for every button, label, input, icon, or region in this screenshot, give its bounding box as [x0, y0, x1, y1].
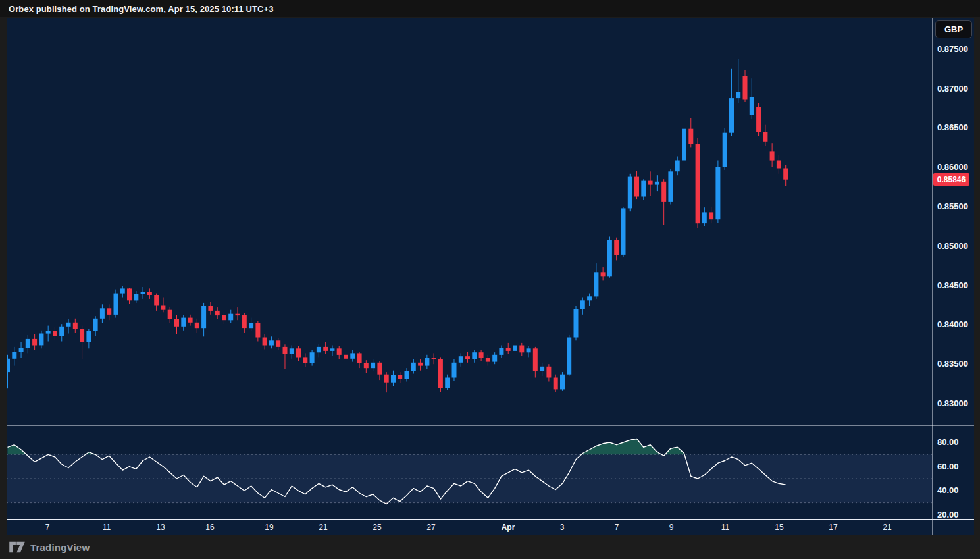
- candle-up: [26, 339, 30, 348]
- candle-down: [743, 76, 748, 100]
- last-price-value: 0.85846: [937, 175, 966, 184]
- time-tick-label: 25: [373, 522, 381, 533]
- footer: TradingView: [9, 539, 90, 555]
- tradingview-published-chart: Orbex published on TradingView.com, Apr …: [0, 0, 980, 559]
- candle-up: [641, 181, 646, 197]
- candle-up: [750, 97, 754, 115]
- candle-down: [506, 348, 511, 351]
- candle-down: [519, 346, 524, 353]
- candle-up: [472, 352, 477, 359]
- candle-down: [438, 359, 443, 388]
- candle-up: [66, 323, 71, 327]
- candle-down: [242, 315, 247, 328]
- currency-badge-label: GBP: [944, 24, 963, 34]
- candle-up: [723, 133, 727, 167]
- candle-down: [255, 323, 260, 338]
- candle-up: [594, 272, 598, 296]
- price-tick-label: 0.85500: [937, 201, 968, 212]
- candle-down: [80, 329, 84, 342]
- candle-down: [222, 315, 226, 320]
- candle-up: [499, 348, 503, 355]
- candle-up: [134, 294, 138, 301]
- candle-up: [39, 334, 43, 346]
- candle-down: [432, 358, 436, 359]
- candle-down: [127, 288, 132, 300]
- candle-down: [614, 240, 619, 255]
- price-tick-label: 0.84000: [937, 319, 968, 330]
- candle-down: [337, 348, 342, 355]
- candle-down: [756, 107, 761, 132]
- tradingview-brand[interactable]: TradingView: [30, 542, 90, 553]
- candle-up: [86, 331, 91, 342]
- candle-up: [445, 378, 450, 388]
- candle-down: [147, 292, 152, 295]
- time-tick-label: 21: [883, 522, 891, 533]
- candle-down: [661, 182, 666, 202]
- time-tick-label: 19: [265, 522, 273, 533]
- candle-up: [120, 288, 125, 293]
- candle-down: [188, 318, 193, 323]
- time-tick-label: 17: [829, 522, 837, 533]
- candle-down: [465, 356, 470, 359]
- price-tick-label: 0.86000: [937, 162, 968, 173]
- time-tick-label: 7: [615, 522, 619, 533]
- candle-up: [391, 375, 396, 383]
- price-tick-label: 0.87500: [937, 44, 968, 55]
- candle-down: [546, 367, 551, 378]
- candle-down: [283, 347, 288, 354]
- candle-up: [425, 358, 429, 366]
- candle-up: [452, 363, 457, 378]
- candle-down: [161, 306, 165, 310]
- candle-down: [648, 181, 653, 185]
- candle-up: [628, 177, 632, 209]
- candle-up: [567, 338, 571, 375]
- candle-down: [377, 363, 382, 375]
- tradingview-logo-icon[interactable]: [9, 541, 26, 553]
- candle-down: [53, 331, 57, 336]
- candle-up: [540, 367, 544, 371]
- rsi-tick-label: 40.00: [937, 485, 959, 496]
- rsi-tick-label: 20.00: [937, 510, 959, 520]
- candle-up: [141, 292, 145, 294]
- candle-up: [729, 98, 734, 133]
- candle-up: [655, 182, 659, 185]
- candle-down: [418, 363, 423, 366]
- candle-down: [770, 151, 775, 160]
- chart-canvas[interactable]: [0, 0, 980, 559]
- candle-up: [580, 300, 585, 309]
- candle-down: [364, 363, 369, 368]
- currency-badge[interactable]: GBP: [935, 20, 972, 38]
- candle-up: [114, 294, 118, 315]
- candle-up: [5, 359, 10, 372]
- candle-down: [296, 348, 301, 357]
- candle-up: [249, 323, 253, 328]
- candle-up: [350, 353, 355, 358]
- candle-down: [303, 357, 307, 363]
- candle-up: [587, 296, 592, 300]
- candle-down: [783, 169, 788, 180]
- last-price-badge: 0.85846: [933, 173, 969, 186]
- candle-up: [405, 371, 409, 379]
- candle-down: [763, 132, 767, 142]
- candle-up: [93, 319, 98, 331]
- candle-up: [668, 171, 673, 202]
- candle-up: [675, 161, 680, 172]
- time-tick-label: 3: [560, 522, 565, 533]
- rsi-tick-label: 80.00: [937, 437, 959, 448]
- time-tick-label: 27: [426, 522, 435, 533]
- candle-up: [560, 375, 565, 390]
- candle-up: [201, 306, 206, 329]
- candle-up: [411, 363, 416, 371]
- time-tick-label: 13: [156, 522, 165, 533]
- candle-up: [527, 348, 531, 352]
- candle-up: [682, 129, 686, 161]
- price-tick-label: 0.86500: [937, 122, 968, 133]
- candle-down: [107, 308, 111, 315]
- rsi-tick-label: 60.00: [937, 462, 959, 472]
- candle-up: [100, 308, 105, 319]
- time-tick-label: 9: [669, 522, 674, 533]
- candle-down: [344, 355, 348, 359]
- candle-down: [236, 314, 240, 315]
- candle-up: [492, 355, 497, 362]
- candle-up: [607, 240, 612, 276]
